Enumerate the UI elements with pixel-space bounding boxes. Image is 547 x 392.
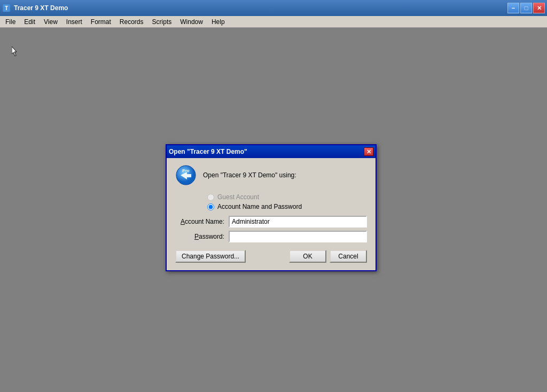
password-row: Password: xyxy=(175,231,367,242)
window-close-button[interactable]: ✕ xyxy=(533,3,545,13)
change-password-button[interactable]: Change Password... xyxy=(175,250,246,263)
dialog-intro-text: Open "Tracer 9 XT Demo" using: xyxy=(203,171,296,179)
dialog-header: Pro Open "Tracer 9 XT Demo" using: xyxy=(175,164,367,186)
app-icon: T xyxy=(2,4,11,12)
radio-account-row: Account Name and Password xyxy=(207,203,367,210)
mouse-cursor xyxy=(12,46,18,56)
guest-radio-label: Guest Account xyxy=(217,193,259,201)
ok-button[interactable]: OK xyxy=(289,250,326,263)
password-input[interactable] xyxy=(229,231,367,242)
maximize-button[interactable]: □ xyxy=(520,3,532,13)
radio-guest-row: Guest Account xyxy=(207,193,367,201)
svg-text:Pro: Pro xyxy=(182,168,189,173)
dialog-app-icon: Pro xyxy=(175,164,197,186)
dialog-body: Pro Open "Tracer 9 XT Demo" using: Guest… xyxy=(167,158,376,270)
menu-window[interactable]: Window xyxy=(176,17,207,27)
menu-records[interactable]: Records xyxy=(115,17,148,27)
title-bar: T Tracer 9 XT Demo − □ ✕ xyxy=(0,0,547,16)
account-name-row: Account Name: xyxy=(175,216,367,228)
account-radio[interactable] xyxy=(207,203,214,210)
dialog-close-button[interactable]: ✕ xyxy=(364,147,373,156)
title-bar-buttons: − □ ✕ xyxy=(507,3,545,13)
menu-help[interactable]: Help xyxy=(207,17,229,27)
account-name-label: Account Name: xyxy=(175,218,229,225)
menu-file[interactable]: File xyxy=(1,17,20,27)
title-bar-left: T Tracer 9 XT Demo xyxy=(2,4,68,12)
svg-text:T: T xyxy=(5,5,8,11)
ok-cancel-group: OK Cancel xyxy=(289,250,367,263)
minimize-button[interactable]: − xyxy=(507,3,519,13)
login-dialog: Open "Tracer 9 XT Demo" ✕ Pr xyxy=(166,144,377,271)
dialog-title: Open "Tracer 9 XT Demo" xyxy=(169,148,247,155)
menu-edit[interactable]: Edit xyxy=(20,17,40,27)
account-radio-label: Account Name and Password xyxy=(217,203,302,210)
dialog-footer: Change Password... OK Cancel xyxy=(175,250,367,263)
menu-view[interactable]: View xyxy=(40,17,62,27)
guest-radio[interactable] xyxy=(207,194,214,201)
menu-format[interactable]: Format xyxy=(87,17,115,27)
menu-insert[interactable]: Insert xyxy=(62,17,87,27)
cancel-button[interactable]: Cancel xyxy=(330,250,367,263)
dialog-title-bar: Open "Tracer 9 XT Demo" ✕ xyxy=(167,145,376,158)
menu-scripts[interactable]: Scripts xyxy=(148,17,176,27)
radio-group: Guest Account Account Name and Password xyxy=(175,193,367,210)
main-area: Open "Tracer 9 XT Demo" ✕ Pr xyxy=(0,28,547,392)
account-name-input[interactable] xyxy=(229,216,367,228)
menu-bar: File Edit View Insert Format Records Scr… xyxy=(0,16,547,28)
window-title: Tracer 9 XT Demo xyxy=(14,4,68,12)
password-label: Password: xyxy=(175,233,229,240)
svg-marker-2 xyxy=(12,46,17,56)
